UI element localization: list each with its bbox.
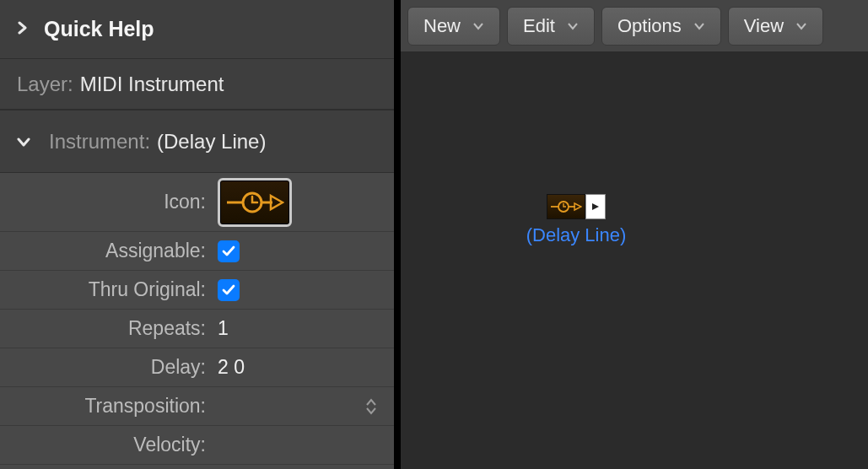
- layer-row[interactable]: Layer: MIDI Instrument: [0, 59, 394, 110]
- assignable-row: Assignable:: [0, 232, 394, 271]
- layer-label: Layer:: [17, 73, 73, 96]
- thru-original-row: Thru Original:: [0, 271, 394, 310]
- transposition-stepper[interactable]: [365, 398, 377, 415]
- assignable-label: Assignable:: [0, 240, 211, 262]
- quick-help-header[interactable]: Quick Help: [0, 0, 394, 59]
- environment-canvas-pane: New Edit Options View: [401, 0, 868, 469]
- delay-line-icon: [547, 194, 585, 219]
- chevron-down-icon: [17, 130, 37, 154]
- node-output-port[interactable]: [585, 194, 606, 219]
- layer-value: MIDI Instrument: [80, 73, 224, 96]
- new-menu-button[interactable]: New: [407, 7, 500, 46]
- quick-help-title: Quick Help: [44, 17, 154, 41]
- view-menu-label: View: [744, 15, 784, 37]
- view-menu-button[interactable]: View: [728, 7, 823, 46]
- inspector-sidebar: Quick Help Layer: MIDI Instrument Instru…: [0, 0, 401, 469]
- transposition-label: Transposition:: [0, 395, 211, 418]
- icon-label: Icon:: [0, 191, 211, 213]
- environment-canvas[interactable]: [401, 52, 868, 469]
- options-menu-label: Options: [617, 15, 682, 37]
- repeats-value: 1: [211, 317, 394, 340]
- velocity-row[interactable]: Velocity:: [0, 426, 394, 465]
- thru-original-checkbox[interactable]: [218, 279, 240, 301]
- chevron-down-icon: [472, 22, 484, 30]
- delay-line-node[interactable]: (Delay Line): [521, 194, 631, 246]
- delay-label: Delay:: [0, 356, 211, 379]
- transposition-row[interactable]: Transposition:: [0, 387, 394, 426]
- repeats-label: Repeats:: [0, 317, 211, 340]
- node-label: (Delay Line): [521, 224, 631, 246]
- repeats-row[interactable]: Repeats: 1: [0, 310, 394, 348]
- instrument-header[interactable]: Instrument: (Delay Line): [0, 110, 394, 173]
- edit-menu-label: Edit: [523, 15, 555, 37]
- output-port-icon: [590, 202, 601, 212]
- velocity-label: Velocity:: [0, 434, 211, 456]
- delay-line-icon: [225, 187, 284, 218]
- delay-row[interactable]: Delay: 2 0: [0, 348, 394, 387]
- node-box: [521, 194, 631, 219]
- chevron-down-icon: [795, 22, 807, 30]
- assignable-checkbox[interactable]: [218, 240, 240, 262]
- thru-original-label: Thru Original:: [0, 278, 211, 301]
- instrument-value: (Delay Line): [157, 130, 266, 154]
- instrument-properties: Icon: Assignable:: [0, 173, 394, 469]
- instrument-label: Instrument:: [49, 130, 150, 154]
- icon-row: Icon:: [0, 173, 394, 232]
- app-root: Quick Help Layer: MIDI Instrument Instru…: [0, 0, 868, 469]
- options-menu-button[interactable]: Options: [601, 7, 721, 46]
- chevron-up-icon: [365, 398, 377, 407]
- chevron-down-icon: [365, 407, 377, 415]
- icon-picker[interactable]: [218, 178, 292, 227]
- canvas-toolbar: New Edit Options View: [401, 0, 868, 52]
- chevron-down-icon: [567, 22, 579, 30]
- edit-menu-button[interactable]: Edit: [507, 7, 595, 46]
- chevron-right-icon: [15, 21, 35, 38]
- chevron-down-icon: [693, 22, 705, 30]
- new-menu-label: New: [423, 15, 461, 37]
- delay-value: 2 0: [211, 356, 394, 379]
